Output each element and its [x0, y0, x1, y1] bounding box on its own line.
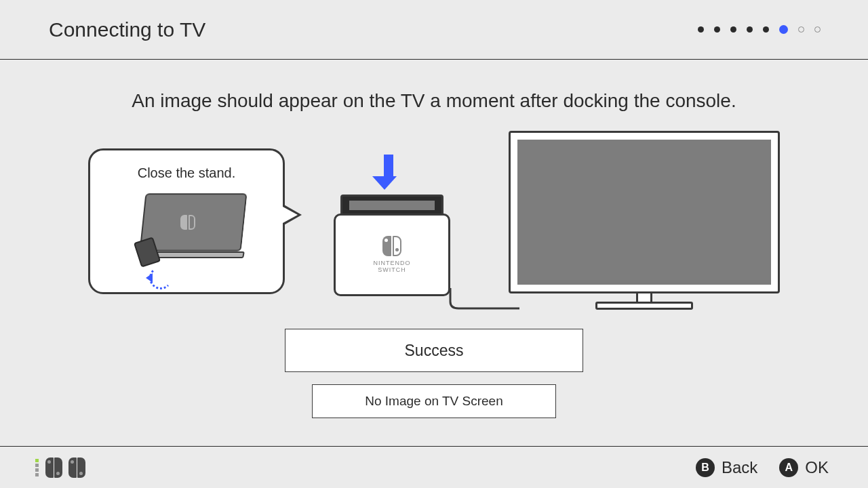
down-arrow-icon	[380, 155, 397, 190]
success-button[interactable]: Success	[285, 329, 583, 372]
main-content: An image should appear on the TV a momen…	[0, 60, 868, 446]
no-image-button[interactable]: No Image on TV Screen	[312, 384, 556, 418]
a-button-icon: A	[779, 458, 798, 477]
progress-dot	[814, 26, 821, 33]
footer: B Back A OK	[0, 446, 868, 488]
ok-action[interactable]: A OK	[779, 458, 829, 477]
progress-dot	[763, 26, 769, 33]
footer-actions: B Back A OK	[696, 458, 829, 477]
instruction-text: An image should appear on the TV a momen…	[132, 90, 736, 112]
console-back-icon	[129, 193, 244, 268]
page-title: Connecting to TV	[49, 18, 205, 41]
back-action[interactable]: B Back	[696, 458, 757, 477]
dock-brand-label: NINTENDOSWITCH	[374, 260, 411, 274]
progress-dot	[698, 26, 704, 33]
header: Connecting to TV	[0, 0, 868, 60]
button-group: Success No Image on TV Screen	[285, 329, 583, 418]
back-label: Back	[722, 458, 757, 477]
progress-dot	[747, 26, 753, 33]
speech-label: Close the stand.	[138, 165, 236, 181]
speech-bubble: Close the stand.	[88, 148, 285, 294]
b-button-icon: B	[696, 458, 715, 477]
switch-logo-icon	[382, 236, 401, 256]
progress-dot	[730, 26, 736, 33]
setup-screen: Connecting to TV An image should appear …	[0, 0, 868, 488]
dock-icon: NINTENDOSWITCH	[334, 138, 483, 300]
connection-diagram: Close the stand.	[88, 138, 780, 314]
progress-dot-active	[779, 25, 788, 34]
progress-dots	[698, 25, 821, 34]
controller-status-icon	[35, 458, 85, 478]
close-arrow-icon	[149, 266, 172, 289]
progress-dot	[798, 26, 804, 33]
tv-icon	[509, 131, 780, 321]
ok-label: OK	[805, 458, 829, 477]
speech-tail-icon	[283, 204, 302, 226]
progress-dot	[714, 26, 720, 33]
